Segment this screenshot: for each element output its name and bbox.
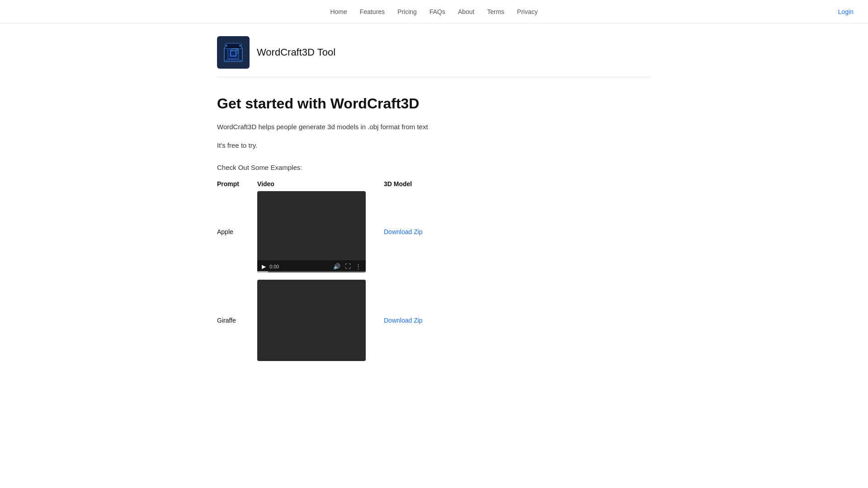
model-giraffe: Download Zip: [384, 280, 651, 368]
app-logo-icon: [220, 39, 247, 66]
time-label-apple: 0:00: [269, 264, 330, 269]
table-header-model: 3D Model: [384, 180, 651, 191]
svg-rect-10: [226, 60, 241, 61]
nav-link-pricing[interactable]: Pricing: [397, 8, 417, 15]
examples-label: Check Out Some Examples:: [217, 164, 651, 171]
video-progress-fill: [257, 271, 268, 272]
nav-item-features[interactable]: Features: [360, 8, 385, 15]
hero-description: WordCraft3D helps people generate 3d mod…: [217, 123, 651, 131]
video-icon-group: 🔊 ⛶ ⋮: [333, 263, 361, 270]
nav-item-about[interactable]: About: [458, 8, 475, 15]
nav-link-privacy[interactable]: Privacy: [517, 8, 538, 15]
nav-link-about[interactable]: About: [458, 8, 475, 15]
table-header-video: Video: [257, 180, 384, 191]
svg-rect-2: [225, 43, 241, 49]
video-giraffe[interactable]: [257, 280, 384, 368]
navbar: Home Features Pricing FAQs About Terms P…: [0, 0, 868, 23]
table-row: Giraffe Download Zip: [217, 280, 651, 368]
table-row: Apple ▶ 0:00 🔊 ⛶ ⋮: [217, 191, 651, 280]
app-title: WordCraft3D Tool: [257, 47, 335, 58]
volume-icon[interactable]: 🔊: [333, 263, 340, 270]
model-apple: Download Zip: [384, 191, 651, 280]
nav-item-privacy[interactable]: Privacy: [517, 8, 538, 15]
download-link-giraffe[interactable]: Download Zip: [384, 317, 423, 324]
nav-link-faqs[interactable]: FAQs: [429, 8, 445, 15]
table-header-prompt: Prompt: [217, 180, 257, 191]
nav-link-terms[interactable]: Terms: [487, 8, 504, 15]
examples-table: Prompt Video 3D Model Apple ▶ 0:00 🔊: [217, 180, 651, 368]
nav-item-terms[interactable]: Terms: [487, 8, 504, 15]
hero-title: Get started with WordCraft3D: [217, 95, 651, 112]
login-link[interactable]: Login: [838, 8, 854, 15]
hero-free-text: It's free to try.: [217, 141, 651, 149]
main-content: Get started with WordCraft3D WordCraft3D…: [217, 77, 651, 386]
nav-item-home[interactable]: Home: [330, 8, 347, 15]
nav-links: Home Features Pricing FAQs About Terms P…: [330, 8, 538, 15]
nav-item-pricing[interactable]: Pricing: [397, 8, 417, 15]
app-header: WordCraft3D Tool: [217, 23, 651, 77]
svg-point-11: [226, 45, 227, 47]
video-player-apple[interactable]: ▶ 0:00 🔊 ⛶ ⋮: [257, 191, 366, 272]
nav-link-home[interactable]: Home: [330, 8, 347, 15]
video-progress-bar: [257, 271, 366, 272]
play-icon[interactable]: ▶: [262, 263, 266, 270]
fullscreen-icon[interactable]: ⛶: [345, 263, 351, 270]
app-logo: [217, 36, 250, 69]
more-icon[interactable]: ⋮: [355, 263, 361, 270]
nav-link-features[interactable]: Features: [360, 8, 385, 15]
prompt-apple: Apple: [217, 191, 257, 280]
video-apple[interactable]: ▶ 0:00 🔊 ⛶ ⋮: [257, 191, 384, 280]
prompt-giraffe: Giraffe: [217, 280, 257, 368]
video-controls-apple: ▶ 0:00 🔊 ⛶ ⋮: [257, 260, 366, 272]
svg-rect-4: [229, 50, 238, 58]
nav-item-faqs[interactable]: FAQs: [429, 8, 445, 15]
video-player-giraffe[interactable]: [257, 280, 366, 361]
svg-point-12: [239, 45, 241, 47]
download-link-apple[interactable]: Download Zip: [384, 228, 423, 235]
